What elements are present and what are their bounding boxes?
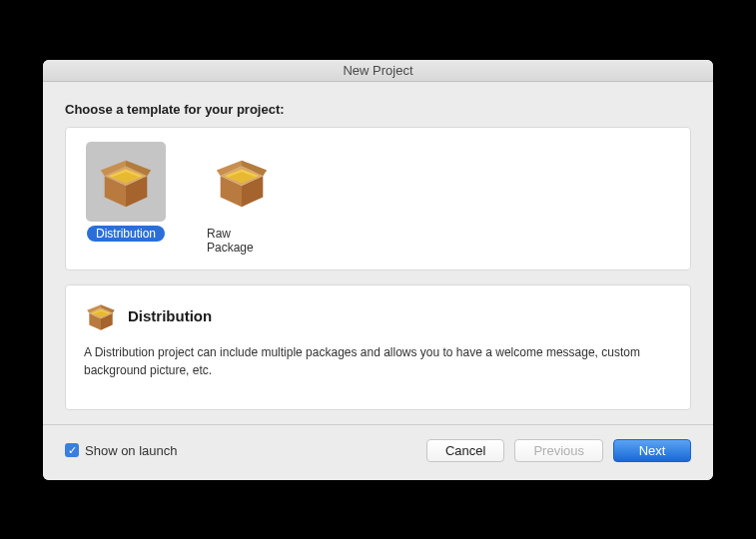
show-on-launch-checkbox[interactable]: ✓ Show on launch [65, 443, 178, 458]
footer: ✓ Show on launch Cancel Previous Next [43, 424, 713, 480]
description-header: Distribution [84, 299, 672, 333]
content-area: Choose a template for your project: [43, 82, 713, 424]
template-label: Distribution [87, 226, 165, 242]
titlebar[interactable]: New Project [43, 60, 713, 82]
template-distribution[interactable]: Distribution [82, 142, 170, 256]
previous-button: Previous [514, 439, 603, 462]
package-box-icon [84, 299, 118, 333]
description-panel: Distribution A Distribution project can … [65, 284, 691, 410]
template-grid: Distribution [65, 127, 691, 270]
choose-template-heading: Choose a template for your project: [65, 102, 691, 117]
description-text: A Distribution project can include multi… [84, 343, 672, 379]
new-project-window: New Project Choose a template for your p… [43, 60, 713, 480]
package-box-icon [95, 151, 157, 213]
cancel-button[interactable]: Cancel [426, 439, 504, 462]
template-icon-wrap [86, 142, 166, 222]
next-button[interactable]: Next [613, 439, 691, 462]
show-on-launch-label: Show on launch [85, 443, 178, 458]
template-label: Raw Package [198, 226, 286, 256]
window-title: New Project [343, 63, 412, 78]
description-title: Distribution [128, 307, 212, 324]
template-raw-package[interactable]: Raw Package [198, 142, 286, 256]
checkbox-icon: ✓ [65, 443, 79, 457]
template-icon-wrap [202, 142, 282, 222]
package-box-icon [211, 151, 273, 213]
